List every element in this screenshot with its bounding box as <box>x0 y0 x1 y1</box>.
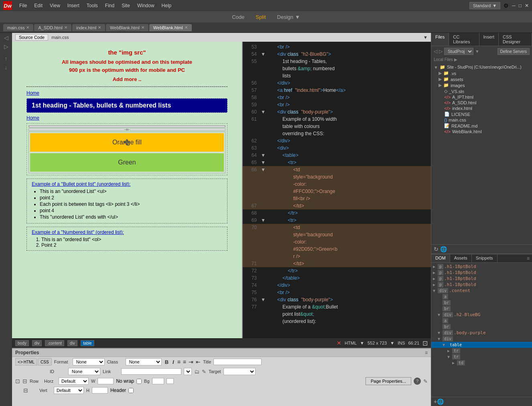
file-vs[interactable]: ▶ 📁 .vs <box>431 70 532 76</box>
file-index[interactable]: </> index.html <box>431 106 532 111</box>
breadcrumb-body[interactable]: body <box>15 340 29 346</box>
bg-input[interactable] <box>152 378 164 384</box>
format-arrow[interactable]: ▼ <box>360 341 364 345</box>
dropdown-arrow[interactable]: ▼ <box>475 49 479 54</box>
dom-item-td[interactable]: ▶ td <box>431 360 532 366</box>
home-anchor-2[interactable]: Home <box>26 115 39 121</box>
link-browse-icon[interactable]: 🗂 <box>194 369 199 375</box>
menu-view[interactable]: View <box>47 2 63 9</box>
expand-icon[interactable]: ⊡ <box>422 339 428 347</box>
dom-item-br-2[interactable]: br <box>431 300 532 306</box>
outdent-btn[interactable]: ⇤ <box>196 359 201 365</box>
dom-item-p2[interactable]: ▶ p .h1-18ptBold <box>431 276 532 282</box>
dom-item-div-h2[interactable]: ▼ div .h2-BlueBG <box>431 312 532 318</box>
file-readme[interactable]: 📝 README.md <box>431 123 532 129</box>
vert-select[interactable]: Default <box>54 387 84 394</box>
breadcrumb-div2[interactable]: div <box>67 340 77 346</box>
tab-webblank1[interactable]: WebBlank.html ✕ <box>106 24 148 31</box>
w-input[interactable] <box>97 378 114 384</box>
home-link-1[interactable]: Home <box>26 90 227 96</box>
horz-select[interactable]: Default <box>59 378 89 385</box>
menu-find[interactable]: Find <box>102 2 118 9</box>
dom-tab-assets[interactable]: Assets <box>450 254 472 262</box>
dom-tab-snippets[interactable]: Snippets <box>472 254 497 262</box>
split-view-btn[interactable]: Split <box>253 13 268 21</box>
dom-item-a2[interactable]: a <box>431 318 532 324</box>
dom-item-table[interactable]: ▼ table <box>431 342 532 348</box>
header-checkbox[interactable] <box>128 388 134 393</box>
left-arrow-icon[interactable]: ◁ <box>4 35 8 41</box>
down-arrow-icon[interactable]: ↓ <box>5 64 8 71</box>
edit-icon[interactable]: ✎ <box>423 378 428 384</box>
class-select[interactable]: None <box>126 358 162 365</box>
bold-btn[interactable]: B <box>164 359 169 365</box>
code-view-btn[interactable]: Code <box>229 13 247 21</box>
file-webblank[interactable]: </> WebBlank.html <box>431 129 532 134</box>
ul-btn[interactable]: ≡ <box>177 359 181 365</box>
dom-item-a[interactable]: a <box>431 294 532 300</box>
dom-tab-dom[interactable]: DOM <box>431 254 450 262</box>
files-back-icon[interactable]: ◁ <box>434 49 437 54</box>
tab-close-index[interactable]: ✕ <box>98 25 101 30</box>
format-indicator[interactable]: HTML <box>345 341 357 345</box>
file-assets[interactable]: ▶ 📁 assets <box>431 76 532 82</box>
dom-menu-icon[interactable]: ≡ <box>524 254 532 262</box>
target-select[interactable] <box>223 368 256 375</box>
dom-item-tr2[interactable]: ▼ tr <box>431 354 532 360</box>
link-edit-icon[interactable]: ✎ <box>202 369 206 375</box>
standard-button[interactable]: Standard ▼ <box>469 2 501 9</box>
window-restore-icon[interactable]: □ <box>519 3 522 8</box>
dom-item-p1[interactable]: ▶ p .h1-18ptBold <box>431 270 532 276</box>
format-select[interactable]: None <box>73 358 105 365</box>
dom-item-div-content[interactable]: ▼ div .content <box>431 288 532 294</box>
link-input[interactable] <box>121 368 181 375</box>
dom-item-div2[interactable]: ▼ div <box>431 336 532 342</box>
home-link-2[interactable]: Home <box>26 115 227 121</box>
file-site-root[interactable]: ▼ 📁 Site - StudProj (C:\Users\nevgo\OneD… <box>431 64 532 70</box>
menu-file[interactable]: File <box>16 2 30 9</box>
error-icon[interactable]: ✕ <box>337 340 341 346</box>
settings-icon[interactable]: ⚙ <box>504 2 509 9</box>
dimensions-arrow[interactable]: ▼ <box>390 341 394 345</box>
nowrap-checkbox[interactable] <box>136 379 142 384</box>
dimensions-indicator[interactable]: 552 x 723 <box>368 341 387 345</box>
refresh-icon[interactable]: ↻ <box>434 246 439 252</box>
ol-btn[interactable]: ≡ <box>183 359 186 365</box>
tab-cc-libraries[interactable]: CC Libraries <box>449 33 479 46</box>
bg-swatch[interactable] <box>167 378 174 384</box>
dom-globe-icon[interactable]: 🌐 <box>437 398 444 405</box>
file-license[interactable]: 📄 LICENSE <box>431 111 532 117</box>
file-a-sdd[interactable]: </> A_SDD.html <box>431 100 532 106</box>
dom-item-br-4[interactable]: br <box>431 324 532 330</box>
tab-a-sdd[interactable]: A_SDD.html ✕ <box>34 24 71 31</box>
tab-webblank2[interactable]: WebBlank.html ✕ <box>149 24 192 31</box>
page-properties-btn[interactable]: Page Properties... <box>365 377 411 385</box>
breadcrumb-div1[interactable]: div <box>32 340 42 346</box>
dom-item-br1[interactable]: ▶ p .h1-18ptBold <box>431 264 532 270</box>
right-arrow-icon[interactable]: ▷ <box>4 43 8 50</box>
tab-main-css[interactable]: main.css ✕ <box>3 24 33 31</box>
dom-add-icon[interactable]: + <box>434 398 437 405</box>
home-anchor-1[interactable]: Home <box>26 90 39 96</box>
window-close-icon[interactable]: ✕ <box>525 3 529 8</box>
design-view-btn[interactable]: Design▼ <box>275 13 303 21</box>
files-forward-icon[interactable]: ▷ <box>439 49 443 54</box>
link-select[interactable]: ▼ <box>184 368 192 375</box>
up-arrow-icon[interactable]: ↑ <box>5 55 8 62</box>
menu-help[interactable]: Help <box>158 2 175 9</box>
file-vs-sln[interactable]: ◇ _VS.sln <box>431 88 532 94</box>
menu-site[interactable]: Site <box>118 2 133 9</box>
tab-insert[interactable]: Insert <box>479 33 499 46</box>
dom-item-br-3[interactable]: br <box>431 306 532 312</box>
css-type-btn[interactable]: CSS <box>38 358 52 365</box>
dom-item-div-body-purple[interactable]: ▼ div .body-purple <box>431 330 532 336</box>
globe-icon[interactable]: 🌐 <box>440 246 447 252</box>
tab-close-main-css[interactable]: ✕ <box>26 25 29 30</box>
tab-close-webblank2[interactable]: ✕ <box>185 25 188 30</box>
menu-edit[interactable]: Edit <box>31 2 46 9</box>
menu-insert[interactable]: Insert <box>64 2 83 9</box>
tab-index[interactable]: index.html ✕ <box>72 24 105 31</box>
file-main-css[interactable]: {} main.css <box>431 117 532 123</box>
window-min-icon[interactable]: ─ <box>512 3 516 8</box>
dom-item-tr1[interactable]: ▶ tr <box>431 348 532 354</box>
